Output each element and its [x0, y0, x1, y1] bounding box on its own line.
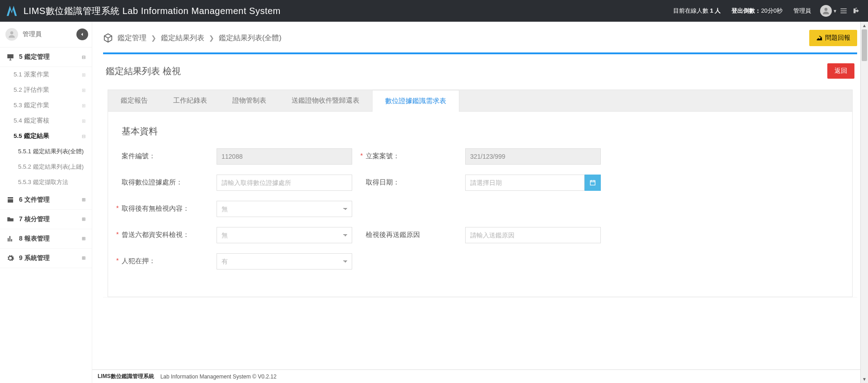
issue-report-button[interactable]: 問題回報 — [809, 30, 857, 46]
scroll-up-icon[interactable]: ▲ — [861, 22, 868, 29]
online-users: 目前在線人數 1 人 — [673, 7, 721, 15]
nav-section-9-label: 9 系統管理 — [19, 254, 50, 262]
current-role: 管理員 — [793, 7, 811, 15]
label-resend-reason: 檢視後再送鑑原因 — [366, 227, 452, 239]
gear-icon — [6, 254, 15, 262]
nav-section-8-label: 8 報表管理 — [19, 235, 50, 243]
select-sent6[interactable]: 無 — [217, 227, 352, 243]
panel-title: 鑑定結果列表 檢視 — [106, 65, 181, 77]
plus-icon: ⊞ — [82, 88, 85, 93]
cube-icon — [103, 33, 113, 43]
nav-item-5-3[interactable]: 5.3 鑑定作業⊞ — [0, 98, 92, 113]
scroll-thumb[interactable] — [862, 29, 867, 61]
main: 鑑定管理 ❯ 鑑定結果列表 ❯ 鑑定結果列表(全體) 問題回報 鑑定結果列表 檢… — [92, 22, 868, 383]
footer: LIMS數位鑑識管理系統 Lab Information Management … — [92, 369, 868, 383]
footer-brand: LIMS數位鑑識管理系統 — [98, 373, 154, 380]
nav-item-5-2[interactable]: 5.2 評估作業⊞ — [0, 82, 92, 98]
label-case-no: 案件編號： — [122, 148, 203, 161]
back-button[interactable]: 返回 — [827, 63, 854, 79]
nav-sub-5-5-3[interactable]: 5.5.3 鑑定擷取方法 — [0, 175, 92, 190]
minus-icon: ⊟ — [82, 134, 85, 139]
plus-icon: ⊞ — [82, 217, 85, 222]
avatar-icon — [5, 28, 18, 41]
nav-section-7-label: 7 核分管理 — [19, 215, 50, 223]
date-picker-button[interactable] — [585, 175, 601, 191]
input-filed-no — [465, 148, 601, 165]
menu-icon[interactable] — [837, 7, 850, 15]
tab-pane: 基本資料 案件編號： 立案案號： 取得數位證據處所： 取得日期： — [108, 112, 853, 297]
input-obtain-date[interactable] — [465, 175, 585, 191]
tabs: 鑑定報告 工作紀錄表 證物管制表 送鑑證物收件暨歸還表 數位證據鑑識需求表 — [108, 90, 853, 112]
label-obtain-date: 取得日期： — [366, 175, 452, 187]
breadcrumb-b[interactable]: 鑑定結果列表 — [161, 33, 204, 43]
monitor-icon — [6, 53, 15, 61]
caret-down-icon: ▼ — [833, 9, 837, 14]
scrollbar[interactable]: ▲ ▼ — [860, 22, 868, 383]
nav-item-5-1[interactable]: 5.1 派案作業⊞ — [0, 67, 92, 82]
input-case-no — [217, 148, 352, 165]
plus-icon: ⊞ — [82, 255, 85, 260]
sidebar-user[interactable]: 管理員 — [0, 22, 92, 47]
chevron-right-icon: ❯ — [209, 34, 214, 42]
plus-icon: ⊞ — [82, 197, 85, 202]
user-menu[interactable] — [820, 5, 832, 17]
select-viewed[interactable]: 無 — [217, 201, 352, 217]
sidebar-username: 管理員 — [23, 30, 42, 38]
scroll-down-icon[interactable]: ▼ — [861, 375, 868, 383]
nav-section-7[interactable]: 7 核分管理 ⊞ — [0, 210, 92, 229]
footer-version: Lab Information Management System © V0.2… — [160, 374, 277, 380]
breadcrumb-a[interactable]: 鑑定管理 — [118, 33, 146, 43]
input-evidence-place[interactable] — [217, 175, 352, 191]
tab-evidence-control[interactable]: 證物管制表 — [220, 90, 279, 111]
topbar: LIMS數位鑑識管理系統 Lab Information Management … — [0, 0, 868, 22]
minus-icon: ⊟ — [82, 55, 85, 60]
plus-icon: ⊞ — [82, 72, 85, 77]
sidebar-collapse-button[interactable] — [76, 28, 88, 40]
label-viewed: 取得後有無檢視內容： — [122, 201, 203, 213]
app-title: LIMS數位鑑識管理系統 Lab Information Management … — [24, 5, 281, 17]
label-evidence-place: 取得數位證據處所： — [122, 175, 203, 187]
plus-icon: ⊞ — [82, 103, 85, 108]
nav-section-5-label: 5 鑑定管理 — [19, 53, 50, 61]
tab-receive-return[interactable]: 送鑑證物收件暨歸還表 — [279, 90, 372, 111]
label-detained: 人犯在押： — [122, 253, 203, 265]
nav-section-6-label: 6 文件管理 — [19, 196, 50, 204]
file-icon — [6, 196, 15, 204]
chevron-right-icon: ❯ — [151, 34, 156, 42]
svg-point-0 — [825, 8, 828, 11]
label-sent6: 曾送六都資安科檢視： — [122, 227, 203, 239]
input-resend-reason[interactable] — [465, 227, 601, 243]
panel: 鑑定結果列表 檢視 返回 鑑定報告 工作紀錄表 證物管制表 送鑑證物收件暨歸還表… — [103, 52, 857, 297]
nav-item-5-4[interactable]: 5.4 鑑定審核⊞ — [0, 113, 92, 128]
nav-item-5-5[interactable]: 5.5 鑑定結果⊟ — [0, 128, 92, 144]
plus-icon: ⊞ — [82, 236, 85, 241]
nav-section-6[interactable]: 6 文件管理 ⊞ — [0, 190, 92, 210]
nav-section-5[interactable]: 5 鑑定管理 ⊟ — [0, 47, 92, 67]
nav-section-9[interactable]: 9 系統管理 ⊞ — [0, 249, 92, 268]
nav-sub-5-5-2[interactable]: 5.5.2 鑑定結果列表(上鏈) — [0, 159, 92, 175]
plus-icon: ⊞ — [82, 118, 85, 123]
folder-icon — [6, 215, 15, 223]
label-filed-no: 立案案號： — [366, 148, 452, 161]
app-logo — [5, 5, 18, 17]
tab-report[interactable]: 鑑定報告 — [108, 90, 160, 111]
breadcrumb: 鑑定管理 ❯ 鑑定結果列表 ❯ 鑑定結果列表(全體) 問題回報 — [92, 22, 868, 52]
breadcrumb-c: 鑑定結果列表(全體) — [219, 33, 282, 43]
select-detained[interactable]: 有 — [217, 253, 352, 270]
logout-icon[interactable] — [850, 7, 863, 15]
nav-sub-5-5-1[interactable]: 5.5.1 鑑定結果列表(全體) — [0, 144, 92, 159]
tab-worklog[interactable]: 工作紀錄表 — [160, 90, 220, 111]
tab-digital-evidence-request[interactable]: 數位證據鑑識需求表 — [372, 90, 459, 112]
chart-icon — [6, 235, 15, 243]
logout-countdown: 登出倒數：20分0秒 — [731, 7, 783, 15]
form-section-title: 基本資料 — [122, 125, 839, 137]
nav-section-8[interactable]: 8 報表管理 ⊞ — [0, 229, 92, 249]
svg-point-1 — [10, 31, 14, 34]
sidebar: 管理員 5 鑑定管理 ⊟ 5.1 派案作業⊞ 5.2 評估作業⊞ 5.3 鑑定作… — [0, 22, 92, 383]
